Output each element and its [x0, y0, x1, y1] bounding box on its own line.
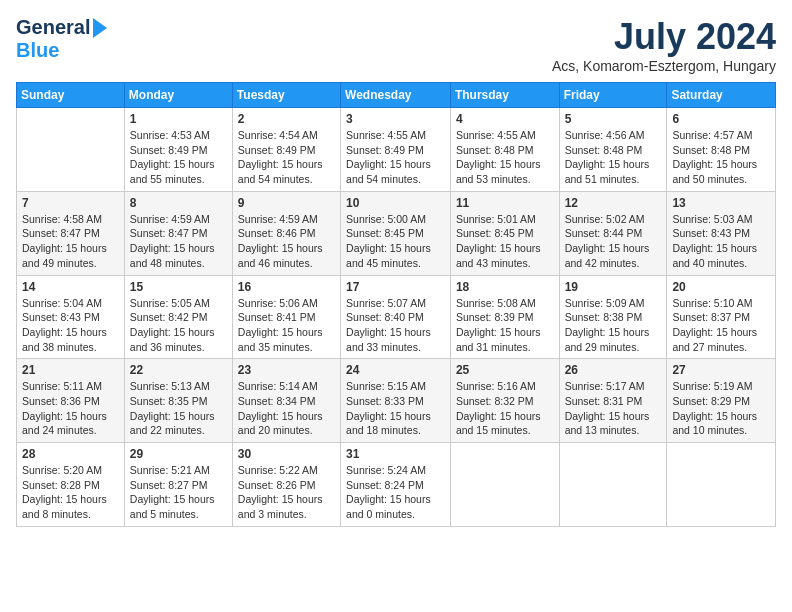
main-title: July 2024: [552, 16, 776, 58]
day-number: 2: [238, 112, 335, 126]
day-info: Sunrise: 5:09 AM Sunset: 8:38 PM Dayligh…: [565, 296, 662, 355]
day-number: 28: [22, 447, 119, 461]
calendar-cell: 31Sunrise: 5:24 AM Sunset: 8:24 PM Dayli…: [341, 443, 451, 527]
week-row-5: 28Sunrise: 5:20 AM Sunset: 8:28 PM Dayli…: [17, 443, 776, 527]
day-number: 11: [456, 196, 554, 210]
day-info: Sunrise: 5:08 AM Sunset: 8:39 PM Dayligh…: [456, 296, 554, 355]
calendar-cell: 30Sunrise: 5:22 AM Sunset: 8:26 PM Dayli…: [232, 443, 340, 527]
calendar-cell: 22Sunrise: 5:13 AM Sunset: 8:35 PM Dayli…: [124, 359, 232, 443]
calendar-cell: 11Sunrise: 5:01 AM Sunset: 8:45 PM Dayli…: [450, 191, 559, 275]
title-area: July 2024 Acs, Komarom-Esztergom, Hungar…: [552, 16, 776, 74]
day-info: Sunrise: 5:11 AM Sunset: 8:36 PM Dayligh…: [22, 379, 119, 438]
calendar-cell: 14Sunrise: 5:04 AM Sunset: 8:43 PM Dayli…: [17, 275, 125, 359]
day-info: Sunrise: 4:54 AM Sunset: 8:49 PM Dayligh…: [238, 128, 335, 187]
day-info: Sunrise: 5:16 AM Sunset: 8:32 PM Dayligh…: [456, 379, 554, 438]
week-row-4: 21Sunrise: 5:11 AM Sunset: 8:36 PM Dayli…: [17, 359, 776, 443]
day-number: 13: [672, 196, 770, 210]
day-number: 3: [346, 112, 445, 126]
page-header: General Blue July 2024 Acs, Komarom-Eszt…: [16, 16, 776, 74]
day-number: 31: [346, 447, 445, 461]
calendar-cell: 27Sunrise: 5:19 AM Sunset: 8:29 PM Dayli…: [667, 359, 776, 443]
day-number: 9: [238, 196, 335, 210]
calendar-cell: [17, 108, 125, 192]
day-number: 22: [130, 363, 227, 377]
calendar-cell: 7Sunrise: 4:58 AM Sunset: 8:47 PM Daylig…: [17, 191, 125, 275]
day-number: 21: [22, 363, 119, 377]
day-number: 7: [22, 196, 119, 210]
calendar-cell: 20Sunrise: 5:10 AM Sunset: 8:37 PM Dayli…: [667, 275, 776, 359]
day-number: 23: [238, 363, 335, 377]
logo: General Blue: [16, 16, 107, 62]
day-info: Sunrise: 5:03 AM Sunset: 8:43 PM Dayligh…: [672, 212, 770, 271]
day-number: 15: [130, 280, 227, 294]
day-number: 16: [238, 280, 335, 294]
day-info: Sunrise: 5:10 AM Sunset: 8:37 PM Dayligh…: [672, 296, 770, 355]
day-number: 25: [456, 363, 554, 377]
weekday-header-wednesday: Wednesday: [341, 83, 451, 108]
day-info: Sunrise: 5:15 AM Sunset: 8:33 PM Dayligh…: [346, 379, 445, 438]
calendar-cell: 17Sunrise: 5:07 AM Sunset: 8:40 PM Dayli…: [341, 275, 451, 359]
calendar-cell: 24Sunrise: 5:15 AM Sunset: 8:33 PM Dayli…: [341, 359, 451, 443]
weekday-header-sunday: Sunday: [17, 83, 125, 108]
day-info: Sunrise: 5:00 AM Sunset: 8:45 PM Dayligh…: [346, 212, 445, 271]
calendar-cell: [450, 443, 559, 527]
weekday-header-friday: Friday: [559, 83, 667, 108]
day-info: Sunrise: 4:55 AM Sunset: 8:49 PM Dayligh…: [346, 128, 445, 187]
calendar-cell: 26Sunrise: 5:17 AM Sunset: 8:31 PM Dayli…: [559, 359, 667, 443]
calendar-cell: 3Sunrise: 4:55 AM Sunset: 8:49 PM Daylig…: [341, 108, 451, 192]
logo-triangle-icon: [93, 18, 107, 38]
weekday-header-row: SundayMondayTuesdayWednesdayThursdayFrid…: [17, 83, 776, 108]
day-info: Sunrise: 4:59 AM Sunset: 8:46 PM Dayligh…: [238, 212, 335, 271]
calendar-cell: 19Sunrise: 5:09 AM Sunset: 8:38 PM Dayli…: [559, 275, 667, 359]
day-number: 12: [565, 196, 662, 210]
day-info: Sunrise: 5:01 AM Sunset: 8:45 PM Dayligh…: [456, 212, 554, 271]
day-info: Sunrise: 5:05 AM Sunset: 8:42 PM Dayligh…: [130, 296, 227, 355]
logo-general-text: General: [16, 16, 90, 39]
day-number: 18: [456, 280, 554, 294]
calendar-cell: 28Sunrise: 5:20 AM Sunset: 8:28 PM Dayli…: [17, 443, 125, 527]
day-number: 8: [130, 196, 227, 210]
calendar-cell: 4Sunrise: 4:55 AM Sunset: 8:48 PM Daylig…: [450, 108, 559, 192]
day-info: Sunrise: 5:04 AM Sunset: 8:43 PM Dayligh…: [22, 296, 119, 355]
day-info: Sunrise: 5:17 AM Sunset: 8:31 PM Dayligh…: [565, 379, 662, 438]
day-info: Sunrise: 5:22 AM Sunset: 8:26 PM Dayligh…: [238, 463, 335, 522]
day-info: Sunrise: 4:56 AM Sunset: 8:48 PM Dayligh…: [565, 128, 662, 187]
calendar-cell: 29Sunrise: 5:21 AM Sunset: 8:27 PM Dayli…: [124, 443, 232, 527]
calendar-cell: [667, 443, 776, 527]
weekday-header-monday: Monday: [124, 83, 232, 108]
day-info: Sunrise: 5:24 AM Sunset: 8:24 PM Dayligh…: [346, 463, 445, 522]
day-number: 4: [456, 112, 554, 126]
day-number: 19: [565, 280, 662, 294]
day-number: 26: [565, 363, 662, 377]
calendar-cell: 12Sunrise: 5:02 AM Sunset: 8:44 PM Dayli…: [559, 191, 667, 275]
day-info: Sunrise: 4:53 AM Sunset: 8:49 PM Dayligh…: [130, 128, 227, 187]
day-info: Sunrise: 4:58 AM Sunset: 8:47 PM Dayligh…: [22, 212, 119, 271]
day-info: Sunrise: 5:20 AM Sunset: 8:28 PM Dayligh…: [22, 463, 119, 522]
day-number: 27: [672, 363, 770, 377]
subtitle: Acs, Komarom-Esztergom, Hungary: [552, 58, 776, 74]
calendar-cell: 8Sunrise: 4:59 AM Sunset: 8:47 PM Daylig…: [124, 191, 232, 275]
calendar-cell: 25Sunrise: 5:16 AM Sunset: 8:32 PM Dayli…: [450, 359, 559, 443]
calendar-cell: 1Sunrise: 4:53 AM Sunset: 8:49 PM Daylig…: [124, 108, 232, 192]
day-info: Sunrise: 5:14 AM Sunset: 8:34 PM Dayligh…: [238, 379, 335, 438]
day-info: Sunrise: 5:19 AM Sunset: 8:29 PM Dayligh…: [672, 379, 770, 438]
calendar-cell: 9Sunrise: 4:59 AM Sunset: 8:46 PM Daylig…: [232, 191, 340, 275]
calendar-cell: 10Sunrise: 5:00 AM Sunset: 8:45 PM Dayli…: [341, 191, 451, 275]
day-info: Sunrise: 5:06 AM Sunset: 8:41 PM Dayligh…: [238, 296, 335, 355]
week-row-1: 1Sunrise: 4:53 AM Sunset: 8:49 PM Daylig…: [17, 108, 776, 192]
calendar-cell: 18Sunrise: 5:08 AM Sunset: 8:39 PM Dayli…: [450, 275, 559, 359]
week-row-2: 7Sunrise: 4:58 AM Sunset: 8:47 PM Daylig…: [17, 191, 776, 275]
day-number: 17: [346, 280, 445, 294]
calendar-cell: 6Sunrise: 4:57 AM Sunset: 8:48 PM Daylig…: [667, 108, 776, 192]
day-number: 1: [130, 112, 227, 126]
calendar-cell: 21Sunrise: 5:11 AM Sunset: 8:36 PM Dayli…: [17, 359, 125, 443]
calendar-cell: 13Sunrise: 5:03 AM Sunset: 8:43 PM Dayli…: [667, 191, 776, 275]
day-number: 5: [565, 112, 662, 126]
day-number: 20: [672, 280, 770, 294]
calendar-cell: 5Sunrise: 4:56 AM Sunset: 8:48 PM Daylig…: [559, 108, 667, 192]
weekday-header-saturday: Saturday: [667, 83, 776, 108]
day-number: 10: [346, 196, 445, 210]
day-number: 29: [130, 447, 227, 461]
calendar-cell: 2Sunrise: 4:54 AM Sunset: 8:49 PM Daylig…: [232, 108, 340, 192]
weekday-header-thursday: Thursday: [450, 83, 559, 108]
